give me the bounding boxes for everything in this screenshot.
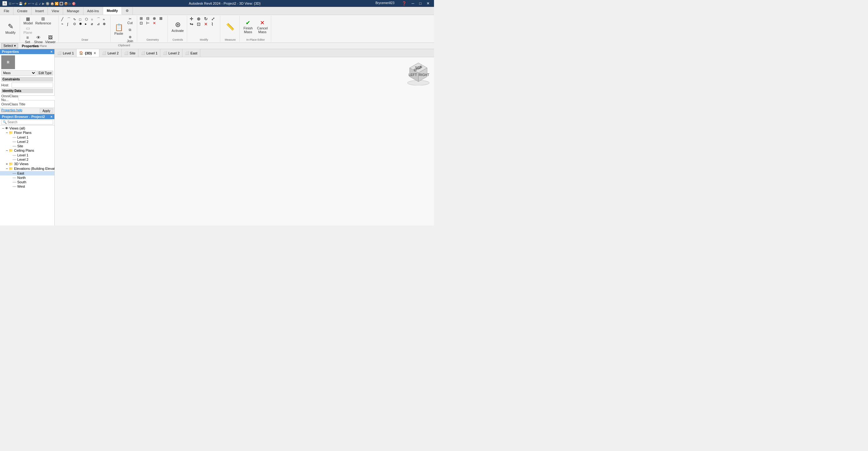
view-tab-3d[interactable]: 🏠{3D}× <box>76 49 99 57</box>
view-tab-close-3d[interactable]: × <box>93 51 97 55</box>
search-input[interactable] <box>1 120 53 124</box>
canvas-area[interactable]: TOP RIGHT LEFT BACK ⊡ ⊞ ↕ Activate Windo… <box>55 57 434 225</box>
tree-item-ceiling-plans[interactable]: −📁 Ceiling Plans <box>0 148 54 153</box>
draw-tool-11[interactable]: ⊙ <box>73 22 79 26</box>
geo-tool-4[interactable]: ⊠ <box>159 16 165 21</box>
tree-expand-3d-views[interactable]: + <box>5 162 9 166</box>
mod-tool-4[interactable]: ⤢ <box>211 16 218 21</box>
tree-expand-views-all[interactable]: − <box>1 126 5 130</box>
geo-tool-1[interactable]: ⊞ <box>140 16 146 21</box>
help-icon[interactable]: ❓ <box>400 1 408 6</box>
mod-tool-8[interactable]: ⌇ <box>211 22 218 27</box>
view-cube[interactable]: TOP RIGHT LEFT BACK <box>406 60 431 85</box>
reference-btn[interactable]: ⊞ Reference <box>34 16 52 25</box>
tree-item-elevations[interactable]: −📁 Elevations (Building Elevati... <box>0 166 54 171</box>
draw-tool-7[interactable]: ⌒ <box>97 17 102 22</box>
properties-close-btn[interactable]: × <box>51 50 53 54</box>
ribbon-tab-add-ins[interactable]: Add-Ins <box>84 7 103 15</box>
geo-tool-2[interactable]: ⊟ <box>146 16 153 21</box>
browser-close-btn[interactable]: × <box>51 115 53 118</box>
view-tab-level2[interactable]: ⬜Level 2 <box>99 49 121 57</box>
ribbon-tab-insert[interactable]: Insert <box>32 7 48 15</box>
model-btn[interactable]: ▦ Model <box>23 16 34 25</box>
modify-btn[interactable]: ✎ Modify <box>4 19 17 38</box>
draw-tool-12[interactable]: ✱ <box>79 22 85 26</box>
join-btn[interactable]: ⊕ Join <box>125 34 135 43</box>
draw-tool-2[interactable]: ⌒ <box>67 17 73 22</box>
draw-tool-10[interactable]: ∫ <box>67 22 73 26</box>
geo-tool-6[interactable]: ⊢ <box>146 21 153 25</box>
ribbon-tab-create[interactable]: Create <box>13 7 32 15</box>
view-tab-level1b[interactable]: ⬜Level 1 <box>138 49 160 57</box>
tree-expand-floor-plans[interactable]: − <box>5 131 9 135</box>
titlebar-controls[interactable]: Brycemerill23 ❓ ─ □ ✕ <box>374 1 432 6</box>
mod-tool-1[interactable]: ✛ <box>190 16 196 21</box>
tree-item-east-elev[interactable]: ···· East <box>0 171 54 175</box>
view-tab-site[interactable]: ⬜Site <box>122 49 138 57</box>
set-btn[interactable]: ≡ Set <box>23 35 32 44</box>
tree-item-3d-views[interactable]: +📁 3D Views <box>0 162 54 166</box>
paste-icon: 📋 <box>115 24 123 31</box>
edit-type-btn[interactable]: Edit Type <box>37 71 53 75</box>
ribbon-tab-manage[interactable]: Manage <box>63 7 84 15</box>
show-btn[interactable]: 👁 Show <box>33 35 44 44</box>
host-value[interactable] <box>11 83 53 88</box>
mod-tool-5[interactable]: ↬ <box>190 22 196 27</box>
draw-tool-9[interactable]: ⌁ <box>61 22 67 26</box>
properties-help-link[interactable]: Properties help <box>1 109 22 113</box>
ribbon-tab-file[interactable]: File <box>0 7 13 15</box>
close-btn[interactable]: ✕ <box>425 1 432 6</box>
mod-tool-6[interactable]: ⊡ <box>197 22 204 27</box>
geo-tool-7[interactable]: ✕ <box>153 21 159 25</box>
tree-expand-ceiling-plans[interactable]: − <box>5 148 9 152</box>
tree-expand-elevations[interactable]: − <box>5 167 9 170</box>
finish-mass-btn[interactable]: ✔ FinishMass <box>242 18 254 36</box>
view-tab-east[interactable]: ⬜East <box>183 49 200 57</box>
tree-item-level1-cp[interactable]: ···· Level 1 <box>0 153 54 157</box>
tree-item-views-all[interactable]: −👁 Views (all) <box>0 126 54 131</box>
measure-btn[interactable]: 📏 <box>225 18 236 36</box>
mod-tool-7[interactable]: ✕ <box>204 22 211 27</box>
tree-item-level2-cp[interactable]: ···· Level 2 <box>0 157 54 162</box>
draw-tool-8[interactable]: ≈ <box>103 18 108 21</box>
select-dropdown[interactable]: Select ▾ <box>1 43 18 49</box>
tree-item-level2-fp[interactable]: ···· Level 2 <box>0 140 54 144</box>
family-type-dropdown[interactable]: Mass <box>1 71 36 76</box>
tree-item-site-fp[interactable]: ···· Site <box>0 144 54 148</box>
ribbon-tab-extra[interactable]: ⚙ <box>122 7 133 15</box>
activate-btn[interactable]: ⊛ Activate <box>170 18 185 36</box>
draw-tool-13[interactable]: ▸ <box>85 22 91 26</box>
tree-item-north-elev[interactable]: ···· North <box>0 175 54 180</box>
mod-tool-3[interactable]: ↻ <box>204 16 211 21</box>
omniclass-num-value[interactable] <box>18 95 60 101</box>
maximize-btn[interactable]: □ <box>417 1 423 6</box>
geo-tool-5[interactable]: ⊡ <box>140 21 146 25</box>
plane-btn[interactable]: ▭ Plane <box>23 26 33 34</box>
copy-btn[interactable]: ⧉ <box>125 25 135 34</box>
geo-tool-3[interactable]: ⊗ <box>153 16 159 21</box>
tree-item-west-elev[interactable]: ···· West <box>0 184 54 189</box>
ribbon-tab-view[interactable]: View <box>48 7 63 15</box>
mod-tool-2[interactable]: ⊕ <box>197 16 204 21</box>
ribbon-tab-modify[interactable]: Modify <box>103 7 122 15</box>
draw-tool-4[interactable]: □ <box>79 18 85 21</box>
draw-tool-5[interactable]: ⬡ <box>85 17 91 21</box>
view-tab-level1[interactable]: ⬜Level 1 <box>55 49 76 57</box>
viewer-btn[interactable]: 🖼 Viewer <box>44 35 57 44</box>
apply-btn[interactable]: Apply <box>40 109 53 113</box>
tree-item-level1-fp[interactable]: ···· Level 1 <box>0 135 54 140</box>
tree-item-floor-plans[interactable]: −📁 Floor Plans <box>0 131 54 135</box>
minimize-btn[interactable]: ─ <box>410 1 416 6</box>
draw-tool-16[interactable]: ⊕ <box>103 22 108 26</box>
view-tab-level2b[interactable]: ⬜Level 2 <box>160 49 182 57</box>
draw-tool-15[interactable]: ⊿ <box>97 22 102 26</box>
view-tab-icon-site: ⬜ <box>124 51 128 55</box>
draw-tool-14[interactable]: ⌀ <box>91 22 97 26</box>
cancel-mass-btn[interactable]: ✕ CancelMass <box>256 18 269 36</box>
cut-btn[interactable]: ✂ Cut <box>125 16 135 25</box>
paste-btn[interactable]: 📋 Paste <box>113 20 124 39</box>
draw-tool-6[interactable]: ○ <box>91 18 97 21</box>
tree-item-south-elev[interactable]: ···· South <box>0 180 54 184</box>
draw-tool-1[interactable]: ╱ <box>61 17 67 21</box>
draw-tool-3[interactable]: ∿ <box>73 17 79 21</box>
